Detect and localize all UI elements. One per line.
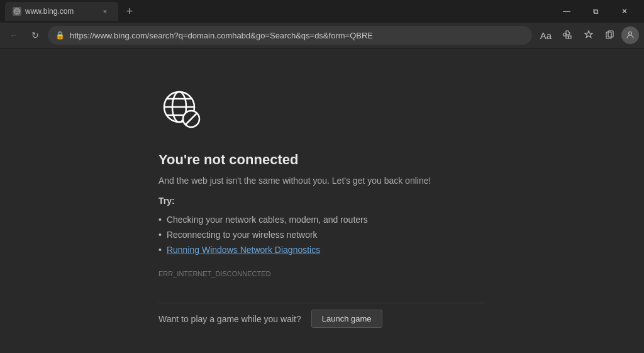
- reading-mode-button[interactable]: Aa: [536, 25, 556, 45]
- game-prompt-text: Want to play a game while you wait?: [158, 314, 301, 324]
- list-item: Checking your network cables, modem, and…: [158, 212, 486, 227]
- address-bar-row: ← ↻ 🔒 https://www.bing.com/search?q=doma…: [0, 23, 644, 48]
- tab-title: www.bing.com: [25, 7, 74, 16]
- tab-bar: www.bing.com × + — ⧉ ✕: [0, 0, 644, 23]
- profile-button[interactable]: [621, 26, 639, 44]
- back-button[interactable]: ←: [5, 26, 23, 44]
- reading-icon: Aa: [540, 30, 552, 41]
- favorites-button[interactable]: [579, 25, 599, 45]
- error-subtitle: And the web just isn't the same without …: [158, 176, 486, 186]
- url-text: https://www.bing.com/search?q=domain.com…: [70, 31, 525, 40]
- restore-button[interactable]: ⧉: [581, 0, 610, 23]
- try-label: Try:: [158, 196, 486, 206]
- browser-chrome: www.bing.com × + — ⧉ ✕ ← ↻ 🔒 https://www…: [0, 0, 644, 48]
- suggestions-list: Checking your network cables, modem, and…: [158, 212, 486, 257]
- error-container: You're not connected And the web just is…: [146, 86, 498, 328]
- toolbar-icons: Aa: [536, 25, 639, 45]
- new-tab-button[interactable]: +: [121, 3, 138, 20]
- list-item: Running Windows Network Diagnostics: [158, 242, 486, 257]
- no-connection-icon: [158, 86, 204, 132]
- collections-button[interactable]: [600, 25, 620, 45]
- page-content: You're not connected And the web just is…: [0, 48, 644, 353]
- launch-game-button[interactable]: Launch game: [311, 310, 382, 328]
- game-section: Want to play a game while you wait? Laun…: [158, 303, 486, 328]
- reload-icon: ↻: [31, 30, 39, 40]
- error-title: You're not connected: [158, 152, 486, 168]
- list-item: Reconnecting to your wireless network: [158, 227, 486, 242]
- tab-favicon: [13, 7, 21, 16]
- minimize-button[interactable]: —: [552, 0, 581, 23]
- favorites-icon: [584, 30, 594, 42]
- extensions-button[interactable]: [557, 25, 577, 45]
- diagnostics-link[interactable]: Running Windows Network Diagnostics: [167, 245, 320, 255]
- error-code: ERR_INTERNET_DISCONNECTED: [158, 270, 486, 277]
- close-button[interactable]: ✕: [610, 0, 639, 23]
- collections-icon: [605, 30, 615, 42]
- active-tab[interactable]: www.bing.com ×: [5, 2, 118, 21]
- lock-icon: 🔒: [55, 31, 65, 40]
- tab-close-btn[interactable]: ×: [99, 6, 111, 17]
- window-controls: — ⧉ ✕: [552, 0, 639, 23]
- suggestion-text: Checking your network cables, modem, and…: [167, 215, 368, 225]
- back-icon: ←: [9, 30, 18, 40]
- suggestion-text: Reconnecting to your wireless network: [167, 230, 318, 240]
- profile-icon: [626, 30, 635, 41]
- reload-button[interactable]: ↻: [26, 26, 44, 44]
- svg-point-3: [629, 31, 632, 35]
- extensions-icon: [562, 30, 572, 42]
- address-bar[interactable]: 🔒 https://www.bing.com/search?q=domain.c…: [48, 26, 532, 45]
